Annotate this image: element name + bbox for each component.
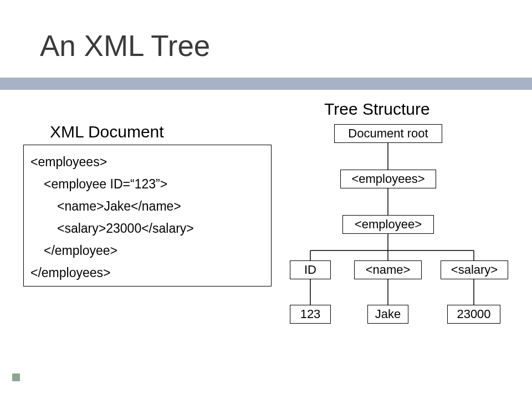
xml-document-heading: XML Document [50,122,164,141]
xml-document-box: <employees> <employee ID=“123”> <name>Ja… [23,145,272,287]
xml-line: <salary>23000</salary> [30,217,264,239]
node-employees: <employees> [340,170,436,188]
node-employee: <employee> [342,215,434,234]
xml-line: <employee ID=“123”> [30,173,264,195]
node-id-label: ID [290,260,331,279]
node-salary-value: 23000 [447,305,500,324]
tree-structure-heading: Tree Structure [324,100,430,119]
node-salary-label: <salary> [441,260,508,279]
node-name-value: Jake [367,305,408,324]
tree-edges [280,123,524,361]
slide: An XML Tree XML Document Tree Structure … [0,0,532,399]
xml-line: <name>Jake</name> [30,195,264,217]
title-underline [0,78,532,90]
node-document-root: Document root [334,124,442,143]
node-id-value: 123 [290,305,331,324]
xml-line: </employee> [30,239,264,262]
xml-line: <employees> [30,155,107,169]
tree-diagram: Document root <employees> <employee> ID … [280,123,524,361]
slide-title: An XML Tree [40,29,210,63]
corner-bullet-icon [12,374,20,381]
node-name-label: <name> [354,260,422,279]
xml-line: </employees> [30,265,110,280]
